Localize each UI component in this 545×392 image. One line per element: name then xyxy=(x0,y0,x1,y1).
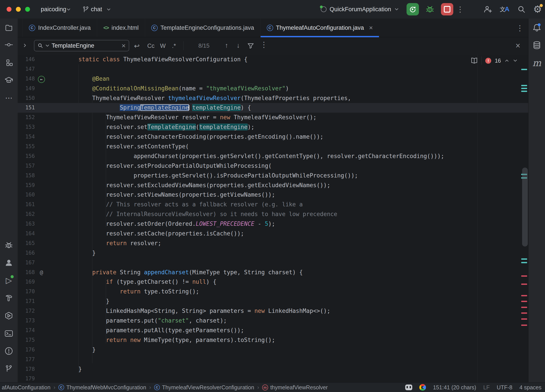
line-number[interactable]: 163 xyxy=(18,219,35,229)
code-line[interactable]: 173 parameters.put("charset", charset); xyxy=(18,316,528,326)
stripe-mark-teal[interactable] xyxy=(521,258,527,260)
code-line[interactable]: 177 xyxy=(18,355,528,364)
code-line[interactable]: 154 resolver.setCharacterEncoding(proper… xyxy=(18,132,528,142)
code-text[interactable]: resolver.setExcludedViewNames(properties… xyxy=(65,180,330,190)
search-history-chevron-icon[interactable] xyxy=(45,43,50,48)
code-line[interactable]: 157 resolver.setProducePartialOutputWhil… xyxy=(18,161,528,171)
code-line[interactable]: 172 LinkedHashMap<String, String> parame… xyxy=(18,306,528,316)
new-line-icon[interactable]: ↩ xyxy=(134,42,140,50)
line-number[interactable]: 150 xyxy=(18,93,35,103)
code-line[interactable]: 168@ private String appendCharset(MimeTy… xyxy=(18,268,528,277)
stop-button[interactable] xyxy=(441,3,453,15)
code-text[interactable]: resolver.setContentType( xyxy=(65,142,189,151)
project-tool-icon[interactable] xyxy=(4,23,14,33)
code-text[interactable]: // InternalResourceViewResolver) so it n… xyxy=(65,209,337,219)
code-text[interactable]: resolver.setViewNames(properties.getView… xyxy=(65,190,275,200)
breadcrumb-item[interactable]: C ThymeleafViewResolverConfiguration xyxy=(154,384,254,391)
line-number[interactable]: 161 xyxy=(18,200,35,209)
line-number[interactable]: 170 xyxy=(18,287,35,297)
code-text[interactable]: appendCharset(properties.getServlet().ge… xyxy=(65,151,444,161)
tab-list-menu-icon[interactable]: ⋮ xyxy=(515,19,524,37)
line-number[interactable]: 156 xyxy=(18,151,35,161)
code-text[interactable]: SpringTemplateEngine templateEngine) { xyxy=(65,103,251,113)
clear-search-icon[interactable]: × xyxy=(122,42,126,49)
stripe-mark-teal[interactable] xyxy=(521,262,527,263)
problems-tool-icon[interactable] xyxy=(4,346,14,356)
translate-icon[interactable]: 文A xyxy=(500,5,509,13)
stripe-mark-red[interactable] xyxy=(521,324,527,326)
code-text[interactable]: resolver.setOrder(Ordered.LOWEST_PRECEDE… xyxy=(65,219,275,229)
code-line[interactable]: 158 properties.getServlet().isProducePar… xyxy=(18,171,528,180)
code-line[interactable]: 150 ThymeleafViewResolver thymeleafViewR… xyxy=(18,93,528,103)
stripe-mark-red[interactable] xyxy=(521,318,527,320)
code-text[interactable]: return new MimeType(type, parameters).to… xyxy=(65,335,275,345)
tab-index-html[interactable]: <> index.html xyxy=(97,19,145,37)
services-tool-icon[interactable] xyxy=(4,311,14,321)
breadcrumb-item[interactable]: C ThymeleafWebMvcConfiguration xyxy=(58,384,146,391)
code-text[interactable]: } xyxy=(65,364,82,374)
code-line[interactable]: 171 } xyxy=(18,297,528,306)
line-number[interactable]: 157 xyxy=(18,161,35,171)
code-text[interactable]: resolver.setTemplateEngine(templateEngin… xyxy=(65,122,254,132)
build-tool-icon[interactable] xyxy=(4,293,14,303)
code-line[interactable]: 149 @ConditionalOnMissingBean(name = "th… xyxy=(18,84,528,93)
stripe-mark-red[interactable] xyxy=(521,295,527,296)
code-text[interactable]: @ConditionalOnMissingBean(name = "thymel… xyxy=(65,84,289,93)
code-text[interactable]: parameters.put("charset", charset); xyxy=(65,316,227,326)
line-number[interactable]: 164 xyxy=(18,229,35,239)
tab-indexcontroller[interactable]: C IndexController.java xyxy=(23,19,97,37)
line-number[interactable]: 178 xyxy=(18,364,35,374)
code-line[interactable]: 159 resolver.setExcludedViewNames(proper… xyxy=(18,180,528,190)
code-line[interactable]: 156 appendCharset(properties.getServlet(… xyxy=(18,151,528,161)
more-run-actions-button[interactable]: ⋮ xyxy=(456,0,464,19)
line-number[interactable]: 171 xyxy=(18,297,35,306)
line-number[interactable]: 169 xyxy=(18,277,35,287)
stripe-mark-teal[interactable] xyxy=(521,88,527,89)
words-toggle[interactable]: W xyxy=(160,43,166,49)
code-line[interactable]: 165 return resolver; xyxy=(18,239,528,248)
code-line[interactable]: 162 // InternalResourceViewResolver) so … xyxy=(18,209,528,219)
code-text[interactable]: LinkedHashMap<String, String> parameters… xyxy=(65,306,330,316)
breadcrumb-item[interactable]: m thymeleafViewResolver xyxy=(262,384,328,391)
ai-assistant-tool-icon[interactable] xyxy=(4,258,14,268)
git-branch-name[interactable]: chat xyxy=(91,0,102,19)
close-window-button[interactable] xyxy=(7,7,12,12)
stripe-mark-red[interactable] xyxy=(521,312,527,314)
run-configuration[interactable]: QuickForumApplication ⋮ xyxy=(321,0,464,19)
caret-position[interactable]: 151:41 (20 chars) xyxy=(433,384,476,391)
code-line[interactable]: 161 // This resolver acts as a fallback … xyxy=(18,200,528,209)
line-number[interactable]: 173 xyxy=(18,316,35,326)
line-number[interactable]: 179 xyxy=(18,374,35,382)
notifications-bell-icon[interactable] xyxy=(532,23,542,32)
line-number[interactable]: 155 xyxy=(18,142,35,151)
tab-thymeleafautoconfiguration[interactable]: C ThymeleafAutoConfiguration.java × xyxy=(260,19,379,37)
code-text[interactable]: return resolver; xyxy=(65,239,161,248)
line-number[interactable]: 152 xyxy=(18,113,35,122)
code-line[interactable]: 163 resolver.setOrder(Ordered.LOWEST_PRE… xyxy=(18,219,528,229)
stripe-mark-teal[interactable] xyxy=(521,85,527,86)
line-number[interactable]: 149 xyxy=(18,84,35,93)
close-tab-icon[interactable]: × xyxy=(369,24,373,31)
code-line[interactable]: 152 ThymeleafViewResolver resolver = new… xyxy=(18,113,528,122)
file-encoding[interactable]: UTF-8 xyxy=(497,384,512,391)
next-match-icon[interactable]: ↓ xyxy=(236,42,240,49)
scrollbar-thumb[interactable] xyxy=(522,168,528,247)
git-tool-icon[interactable] xyxy=(4,364,14,373)
code-line[interactable]: 146 static class ThymeleafViewResolverCo… xyxy=(18,55,528,64)
code-line[interactable]: 148← @Bean xyxy=(18,74,528,84)
debug-tool-icon[interactable] xyxy=(4,240,14,250)
line-separator[interactable]: LF xyxy=(483,384,490,391)
learn-tool-icon[interactable] xyxy=(4,75,14,85)
stripe-mark-teal[interactable] xyxy=(521,91,527,92)
code-line[interactable]: 178 } xyxy=(18,364,528,374)
line-number[interactable]: 160 xyxy=(18,190,35,200)
rerun-button[interactable] xyxy=(407,3,419,15)
line-number[interactable]: 151 xyxy=(18,103,35,113)
code-editor[interactable]: 146 static class ThymeleafViewResolverCo… xyxy=(18,55,528,382)
code-line[interactable]: 164 resolver.setCache(properties.isCache… xyxy=(18,229,528,239)
code-text[interactable]: } xyxy=(65,345,96,355)
indent-setting[interactable]: 4 spaces xyxy=(520,384,541,391)
code-line[interactable]: 160 resolver.setViewNames(properties.get… xyxy=(18,190,528,200)
search-input[interactable]: TemplateEngine × xyxy=(34,40,129,51)
line-number[interactable]: 176 xyxy=(18,345,35,355)
